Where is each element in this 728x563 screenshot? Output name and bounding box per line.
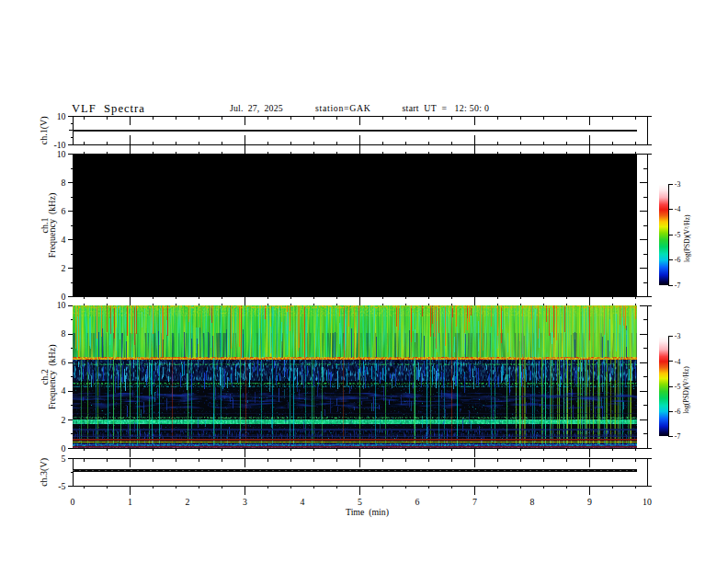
svg-text:-5: -5 — [58, 481, 65, 491]
svg-text:2: 2 — [186, 497, 190, 507]
svg-text:-3: -3 — [675, 180, 681, 189]
svg-text:-3: -3 — [675, 332, 681, 340]
svg-text:Time (min): Time (min) — [346, 507, 389, 518]
svg-text:10: 10 — [57, 300, 66, 310]
svg-text:5: 5 — [62, 454, 66, 464]
svg-text:-7: -7 — [675, 282, 681, 290]
svg-text:Jul. 27, 2025: Jul. 27, 2025 — [230, 103, 283, 113]
svg-text:8: 8 — [62, 178, 66, 188]
svg-text:8: 8 — [62, 328, 66, 339]
svg-text:VLF Spectra: VLF Spectra — [72, 102, 145, 115]
svg-text:-7: -7 — [675, 432, 681, 441]
svg-text:6: 6 — [62, 206, 66, 216]
svg-text:-6: -6 — [675, 408, 681, 416]
svg-text:9: 9 — [587, 497, 592, 507]
svg-text:-4: -4 — [675, 205, 681, 213]
svg-text:3: 3 — [243, 497, 247, 507]
svg-text:6: 6 — [415, 497, 420, 507]
svg-text:0: 0 — [71, 497, 75, 507]
svg-text:-5: -5 — [675, 231, 681, 239]
svg-text:4: 4 — [62, 235, 66, 245]
svg-text:7: 7 — [472, 497, 477, 507]
svg-text:8: 8 — [530, 497, 535, 507]
svg-text:2: 2 — [62, 415, 66, 425]
svg-text:5: 5 — [358, 497, 362, 507]
svg-text:ch.1(V): ch.1(V) — [40, 116, 51, 144]
svg-text:10: 10 — [643, 497, 652, 507]
svg-text:log(PSD)(V2/Hz): log(PSD)(V2/Hz) — [683, 214, 691, 262]
svg-text:-5: -5 — [675, 383, 681, 391]
svg-text:10: 10 — [57, 149, 66, 159]
svg-text:Frequency (kHz): Frequency (kHz) — [47, 344, 58, 409]
svg-text:ch.3(V): ch.3(V) — [40, 458, 51, 487]
svg-text:1: 1 — [128, 497, 132, 507]
svg-text:station=GAK: station=GAK — [315, 103, 371, 113]
svg-text:log(PSD)(V2/Hz): log(PSD)(V2/Hz) — [683, 366, 691, 414]
svg-text:-6: -6 — [675, 256, 681, 264]
svg-text:2: 2 — [62, 263, 66, 273]
svg-text:6: 6 — [62, 357, 66, 367]
svg-text:10: 10 — [57, 111, 66, 121]
svg-text:start UT = 12: 50: 0: start UT = 12: 50: 0 — [403, 103, 490, 113]
svg-text:Frequency (kHz): Frequency (kHz) — [47, 193, 58, 259]
svg-text:4: 4 — [301, 497, 305, 507]
svg-text:-4: -4 — [675, 358, 681, 366]
svg-text:4: 4 — [62, 385, 66, 396]
svg-text:0: 0 — [62, 443, 66, 454]
